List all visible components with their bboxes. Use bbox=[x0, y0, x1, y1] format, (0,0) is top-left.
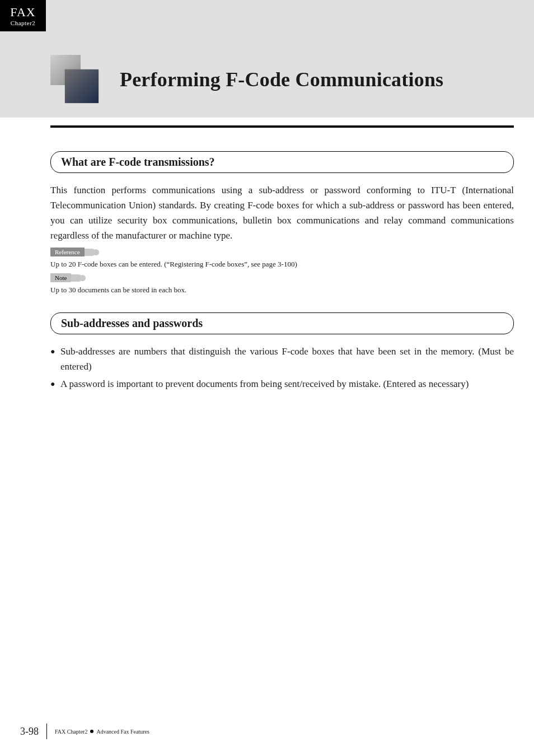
footer-dot-icon bbox=[90, 730, 93, 733]
icon-layer-front bbox=[65, 69, 99, 103]
section-header: Performing F-Code Communications bbox=[0, 38, 534, 118]
top-band: FAX Chapter2 bbox=[0, 0, 534, 38]
page-footer: 3-98 FAX Chapter2 Advanced Fax Features bbox=[20, 724, 149, 739]
bullet-text-2: A password is important to prevent docum… bbox=[60, 377, 514, 392]
page-title: Performing F-Code Communications bbox=[120, 68, 443, 91]
note-tag-row: Note bbox=[50, 273, 86, 282]
subheading-what-are-fcode: What are F-code transmissions? bbox=[50, 151, 514, 173]
chapter-tab-line1: FAX bbox=[10, 5, 35, 20]
list-item: ● A password is important to prevent doc… bbox=[50, 377, 514, 392]
bullet-list: ● Sub-addresses are numbers that disting… bbox=[50, 344, 514, 392]
note-text: Up to 30 documents can be stored in each… bbox=[50, 286, 514, 295]
footer-breadcrumb: FAX Chapter2 Advanced Fax Features bbox=[55, 729, 149, 735]
note-tag: Note bbox=[50, 273, 71, 282]
chapter-tab: FAX Chapter2 bbox=[0, 0, 46, 31]
page-content: What are F-code transmissions? This func… bbox=[0, 125, 534, 392]
bullet-text-1: Sub-addresses are numbers that distingui… bbox=[60, 344, 514, 375]
reference-text: Up to 20 F-code boxes can be entered. (“… bbox=[50, 260, 514, 269]
body-paragraph-intro: This function performs communications us… bbox=[50, 183, 514, 243]
reference-tag-row: Reference bbox=[50, 248, 99, 256]
page-number: 3-98 bbox=[20, 726, 39, 738]
reference-tag: Reference bbox=[50, 248, 85, 256]
footer-breadcrumb-left: FAX Chapter2 bbox=[55, 729, 87, 735]
bullet-icon: ● bbox=[50, 344, 60, 375]
tag-tail-icon bbox=[85, 248, 99, 256]
bullet-icon: ● bbox=[50, 377, 60, 392]
heading-rule bbox=[50, 125, 514, 128]
section-header-icon bbox=[50, 55, 100, 104]
list-item: ● Sub-addresses are numbers that disting… bbox=[50, 344, 514, 375]
chapter-tab-line2: Chapter2 bbox=[11, 20, 35, 26]
footer-separator bbox=[46, 724, 47, 739]
subheading-sub-addresses: Sub-addresses and passwords bbox=[50, 312, 514, 334]
tag-tail-icon bbox=[71, 274, 86, 282]
footer-breadcrumb-right: Advanced Fax Features bbox=[96, 729, 149, 735]
